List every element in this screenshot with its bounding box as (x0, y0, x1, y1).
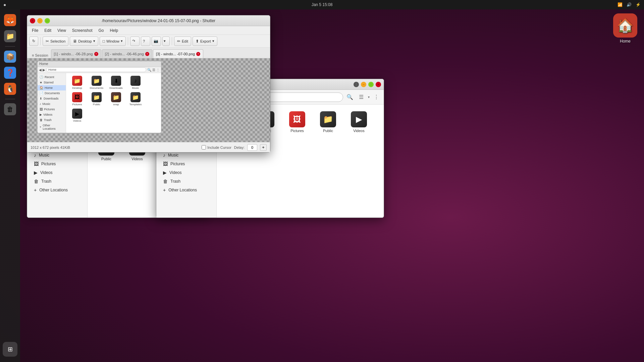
power-icon[interactable]: ⚡ (636, 2, 641, 7)
session-button[interactable]: ≡ Session (30, 53, 50, 58)
mini-music-label: Music (132, 86, 139, 89)
partial-sidebar-trash[interactable]: 🗑 Trash (29, 177, 86, 186)
tab-1[interactable]: [1] - windo... -06-28.png × (51, 49, 101, 58)
nautilus-view-button[interactable]: ☰ (357, 93, 366, 102)
files-icon: 📁 (4, 30, 16, 42)
dock: 🦊 📁 📦 ❓ 🐧 🗑 ⊞ (0, 9, 20, 362)
partial-sidebar-other[interactable]: + Other Locations (29, 186, 86, 194)
shutter-canvas[interactable]: Home ◀ ▶ Home 🔍 ☰ ⋮ 🕒Recent ★Starred 🏠Ho… (27, 58, 270, 142)
show-apps-button[interactable]: ⊞ (3, 342, 17, 357)
mini-documents-label: Documents (90, 86, 103, 89)
tab-1-label: [1] - windo... -06-28.png (54, 52, 93, 56)
nautilus-minimize-button[interactable]: – (361, 82, 366, 87)
shutter-maximize-button[interactable]: □ (45, 18, 50, 23)
dock-item-firefox[interactable]: 🦊 (3, 13, 17, 27)
tab-3-close[interactable]: × (196, 52, 200, 56)
refresh-button[interactable]: ↻ (29, 37, 38, 46)
tab-1-close[interactable]: × (94, 52, 98, 56)
question-button[interactable]: ? (141, 37, 150, 46)
file-videos[interactable]: ▶ Videos (345, 110, 372, 134)
mini-public-label: Public (93, 103, 100, 106)
trash-icon: 🗑 (4, 103, 16, 115)
dock-item-software[interactable]: 📦 (3, 49, 17, 64)
window-label: Window (106, 39, 119, 43)
redo-button[interactable]: ↷ (130, 37, 140, 46)
sound-icon[interactable]: 🔊 (627, 2, 632, 7)
redo-icon: ↷ (132, 39, 135, 43)
camera-button[interactable]: 📷 (152, 37, 161, 46)
mini-home-icon: 🏠 (40, 86, 43, 89)
mini-file-templates: 📁 Templates (127, 92, 144, 106)
mini-body: 🕒Recent ★Starred 🏠Home 📄Documents ⬇Downl… (38, 73, 161, 133)
mini-file-snap: 📁 snap (108, 92, 124, 106)
mini-file-desktop: 📁 Desktop (69, 76, 86, 89)
partial-sidebar-pictures[interactable]: 🖼 Pictures (29, 160, 86, 168)
partial-vid-icon: ▶ (34, 170, 38, 175)
nautilus-close-button[interactable]: × (376, 82, 381, 87)
window-button[interactable]: □ Window ▾ (100, 37, 126, 46)
export-button[interactable]: ⬆ Export ▾ (193, 37, 217, 46)
include-cursor-area[interactable]: Include Cursor (202, 145, 231, 149)
partial-trash-icon: 🗑 (34, 179, 39, 184)
delay-increment-button[interactable]: + (260, 144, 267, 151)
sidebar-item-trash[interactable]: 🗑 Trash (158, 177, 215, 186)
nautilus-kebab-button[interactable]: ⋮ (354, 82, 359, 87)
home-desktop-icon[interactable]: 🏠 Home (613, 13, 637, 44)
mini-sidebar-home: 🏠Home (38, 85, 66, 90)
dock-separator-2 (5, 99, 15, 99)
desktop-button[interactable]: 🖥 Desktop ▾ (70, 37, 98, 46)
sidebar-trash-label: Trash (170, 179, 180, 184)
shutter-close-button[interactable]: × (30, 18, 35, 23)
nautilus-maximize-button[interactable]: □ (368, 82, 374, 87)
nautilus-view-dropdown-icon[interactable]: ▾ (368, 95, 370, 99)
mini-sidebar-starred: ★Starred (38, 80, 66, 85)
sidebar-item-videos[interactable]: ▶ Videos (158, 168, 215, 177)
dock-item-help[interactable]: ❓ (3, 65, 17, 80)
more-button[interactable]: ▾ (162, 37, 170, 46)
more-icon: ▾ (164, 39, 166, 43)
partial-sidebar-videos[interactable]: ▶ Videos (29, 168, 86, 177)
menu-go[interactable]: Go (96, 27, 107, 34)
menu-screenshot[interactable]: Screenshot (69, 27, 95, 34)
dock-item-trash[interactable]: 🗑 (3, 102, 17, 117)
sidebar-item-pictures[interactable]: 🖼 Pictures (158, 160, 215, 168)
file-public[interactable]: 📁 Public (315, 110, 341, 134)
ubuntu-logo[interactable]: ● (3, 2, 6, 7)
edit-button[interactable]: ✏ Edit (174, 37, 191, 46)
dock-item-files[interactable]: 📁 (3, 29, 17, 44)
menu-file[interactable]: File (29, 27, 41, 34)
selection-button[interactable]: ✂ Selection (43, 37, 68, 46)
delay-input[interactable] (247, 144, 257, 151)
mini-public-icon: 📁 (92, 92, 102, 102)
pictures-icon: 🖼 (163, 161, 168, 167)
network-icon[interactable]: 📶 (618, 2, 623, 7)
edit-label: Edit (182, 39, 188, 43)
include-cursor-checkbox[interactable] (202, 145, 206, 149)
mini-back-icon: ◀ (39, 68, 42, 72)
software-icon: 📦 (4, 51, 16, 63)
tab-3[interactable]: [3] - windo... -07-00.png × (153, 49, 203, 58)
screenshot-preview: Home ◀ ▶ Home 🔍 ☰ ⋮ 🕒Recent ★Starred 🏠Ho… (37, 61, 161, 133)
tab-2[interactable]: [2] - windo... -06-46.png × (102, 49, 152, 58)
mini-sidebar: 🕒Recent ★Starred 🏠Home 📄Documents ⬇Downl… (38, 73, 66, 133)
mini-sidebar-downloads: ⬇Downloads (38, 96, 66, 101)
mini-file-videos: ▶ Videos (69, 109, 86, 122)
help-icon: ❓ (4, 67, 16, 79)
nautilus-search-button[interactable]: 🔍 (345, 93, 355, 102)
partial-videos-label: Videos (131, 157, 143, 161)
file-pictures[interactable]: 🖼 Pictures (284, 110, 311, 134)
partial-pics-icon: 🖼 (34, 161, 39, 167)
partial-vid-label: Videos (40, 170, 52, 175)
shutter-minimize-button[interactable]: – (37, 18, 43, 23)
nautilus-more-button[interactable]: ⋮ (372, 93, 381, 102)
include-cursor-label: Include Cursor (207, 145, 231, 149)
menu-view[interactable]: View (55, 27, 69, 34)
mini-file-pictures: 🖼 Pictures (69, 92, 86, 106)
menu-edit[interactable]: Edit (42, 27, 54, 34)
dock-separator (5, 46, 15, 47)
dock-item-ubuntu[interactable]: 🐧 (3, 81, 17, 96)
menu-help[interactable]: Help (107, 27, 121, 34)
tab-3-label: [3] - windo... -07-00.png (156, 52, 195, 56)
tab-2-close[interactable]: × (145, 52, 149, 56)
sidebar-item-other-locations[interactable]: + Other Locations (158, 186, 215, 194)
